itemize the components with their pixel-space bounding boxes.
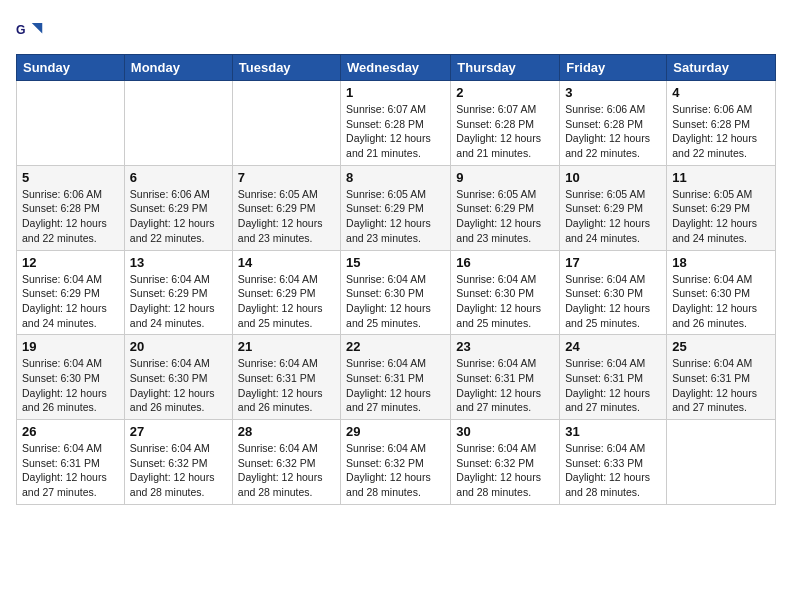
calendar-cell: 20Sunrise: 6:04 AMSunset: 6:30 PMDayligh…: [124, 335, 232, 420]
day-info: Sunrise: 6:06 AMSunset: 6:28 PMDaylight:…: [672, 102, 770, 161]
calendar-cell: 25Sunrise: 6:04 AMSunset: 6:31 PMDayligh…: [667, 335, 776, 420]
calendar-cell: 5Sunrise: 6:06 AMSunset: 6:28 PMDaylight…: [17, 165, 125, 250]
calendar-cell: 14Sunrise: 6:04 AMSunset: 6:29 PMDayligh…: [232, 250, 340, 335]
calendar-cell: 28Sunrise: 6:04 AMSunset: 6:32 PMDayligh…: [232, 420, 340, 505]
day-info: Sunrise: 6:04 AMSunset: 6:29 PMDaylight:…: [238, 272, 335, 331]
calendar-cell: 6Sunrise: 6:06 AMSunset: 6:29 PMDaylight…: [124, 165, 232, 250]
day-number: 16: [456, 255, 554, 270]
calendar-cell: 21Sunrise: 6:04 AMSunset: 6:31 PMDayligh…: [232, 335, 340, 420]
day-number: 17: [565, 255, 661, 270]
calendar-cell: 8Sunrise: 6:05 AMSunset: 6:29 PMDaylight…: [341, 165, 451, 250]
day-info: Sunrise: 6:05 AMSunset: 6:29 PMDaylight:…: [456, 187, 554, 246]
calendar-cell: 17Sunrise: 6:04 AMSunset: 6:30 PMDayligh…: [560, 250, 667, 335]
day-number: 4: [672, 85, 770, 100]
logo: G: [16, 16, 48, 44]
calendar-table: SundayMondayTuesdayWednesdayThursdayFrid…: [16, 54, 776, 505]
day-number: 22: [346, 339, 445, 354]
calendar-cell: 31Sunrise: 6:04 AMSunset: 6:33 PMDayligh…: [560, 420, 667, 505]
calendar-cell: [232, 81, 340, 166]
day-number: 26: [22, 424, 119, 439]
day-info: Sunrise: 6:04 AMSunset: 6:30 PMDaylight:…: [130, 356, 227, 415]
day-info: Sunrise: 6:06 AMSunset: 6:28 PMDaylight:…: [22, 187, 119, 246]
day-number: 9: [456, 170, 554, 185]
day-of-week-header: Tuesday: [232, 55, 340, 81]
day-number: 19: [22, 339, 119, 354]
day-number: 21: [238, 339, 335, 354]
day-info: Sunrise: 6:04 AMSunset: 6:32 PMDaylight:…: [346, 441, 445, 500]
day-number: 15: [346, 255, 445, 270]
calendar-cell: 19Sunrise: 6:04 AMSunset: 6:30 PMDayligh…: [17, 335, 125, 420]
calendar-cell: 11Sunrise: 6:05 AMSunset: 6:29 PMDayligh…: [667, 165, 776, 250]
calendar-cell: 7Sunrise: 6:05 AMSunset: 6:29 PMDaylight…: [232, 165, 340, 250]
day-of-week-header: Monday: [124, 55, 232, 81]
day-info: Sunrise: 6:04 AMSunset: 6:29 PMDaylight:…: [22, 272, 119, 331]
day-info: Sunrise: 6:05 AMSunset: 6:29 PMDaylight:…: [672, 187, 770, 246]
calendar-week-row: 26Sunrise: 6:04 AMSunset: 6:31 PMDayligh…: [17, 420, 776, 505]
day-info: Sunrise: 6:04 AMSunset: 6:30 PMDaylight:…: [22, 356, 119, 415]
calendar-cell: 1Sunrise: 6:07 AMSunset: 6:28 PMDaylight…: [341, 81, 451, 166]
calendar-week-row: 1Sunrise: 6:07 AMSunset: 6:28 PMDaylight…: [17, 81, 776, 166]
day-number: 28: [238, 424, 335, 439]
calendar-header-row: SundayMondayTuesdayWednesdayThursdayFrid…: [17, 55, 776, 81]
calendar-cell: 16Sunrise: 6:04 AMSunset: 6:30 PMDayligh…: [451, 250, 560, 335]
calendar-cell: 3Sunrise: 6:06 AMSunset: 6:28 PMDaylight…: [560, 81, 667, 166]
day-of-week-header: Saturday: [667, 55, 776, 81]
day-of-week-header: Thursday: [451, 55, 560, 81]
day-info: Sunrise: 6:04 AMSunset: 6:31 PMDaylight:…: [22, 441, 119, 500]
day-number: 2: [456, 85, 554, 100]
day-info: Sunrise: 6:05 AMSunset: 6:29 PMDaylight:…: [346, 187, 445, 246]
day-number: 11: [672, 170, 770, 185]
day-number: 8: [346, 170, 445, 185]
day-info: Sunrise: 6:06 AMSunset: 6:29 PMDaylight:…: [130, 187, 227, 246]
calendar-cell: 9Sunrise: 6:05 AMSunset: 6:29 PMDaylight…: [451, 165, 560, 250]
day-of-week-header: Friday: [560, 55, 667, 81]
calendar-cell: 26Sunrise: 6:04 AMSunset: 6:31 PMDayligh…: [17, 420, 125, 505]
day-number: 12: [22, 255, 119, 270]
day-info: Sunrise: 6:04 AMSunset: 6:30 PMDaylight:…: [456, 272, 554, 331]
calendar-week-row: 19Sunrise: 6:04 AMSunset: 6:30 PMDayligh…: [17, 335, 776, 420]
day-info: Sunrise: 6:04 AMSunset: 6:31 PMDaylight:…: [565, 356, 661, 415]
calendar-cell: 24Sunrise: 6:04 AMSunset: 6:31 PMDayligh…: [560, 335, 667, 420]
day-info: Sunrise: 6:04 AMSunset: 6:32 PMDaylight:…: [238, 441, 335, 500]
day-info: Sunrise: 6:07 AMSunset: 6:28 PMDaylight:…: [456, 102, 554, 161]
logo-icon: G: [16, 16, 44, 44]
svg-marker-1: [32, 23, 43, 34]
day-number: 14: [238, 255, 335, 270]
day-info: Sunrise: 6:04 AMSunset: 6:29 PMDaylight:…: [130, 272, 227, 331]
calendar-cell: 22Sunrise: 6:04 AMSunset: 6:31 PMDayligh…: [341, 335, 451, 420]
day-info: Sunrise: 6:04 AMSunset: 6:31 PMDaylight:…: [456, 356, 554, 415]
day-number: 25: [672, 339, 770, 354]
calendar-cell: 23Sunrise: 6:04 AMSunset: 6:31 PMDayligh…: [451, 335, 560, 420]
day-of-week-header: Wednesday: [341, 55, 451, 81]
day-number: 31: [565, 424, 661, 439]
day-number: 5: [22, 170, 119, 185]
calendar-cell: 13Sunrise: 6:04 AMSunset: 6:29 PMDayligh…: [124, 250, 232, 335]
calendar-cell: [17, 81, 125, 166]
day-info: Sunrise: 6:07 AMSunset: 6:28 PMDaylight:…: [346, 102, 445, 161]
day-number: 18: [672, 255, 770, 270]
day-number: 30: [456, 424, 554, 439]
calendar-cell: 30Sunrise: 6:04 AMSunset: 6:32 PMDayligh…: [451, 420, 560, 505]
day-number: 13: [130, 255, 227, 270]
day-info: Sunrise: 6:04 AMSunset: 6:31 PMDaylight:…: [238, 356, 335, 415]
day-number: 24: [565, 339, 661, 354]
calendar-cell: 15Sunrise: 6:04 AMSunset: 6:30 PMDayligh…: [341, 250, 451, 335]
day-number: 29: [346, 424, 445, 439]
day-info: Sunrise: 6:05 AMSunset: 6:29 PMDaylight:…: [238, 187, 335, 246]
day-info: Sunrise: 6:04 AMSunset: 6:32 PMDaylight:…: [456, 441, 554, 500]
calendar-cell: 18Sunrise: 6:04 AMSunset: 6:30 PMDayligh…: [667, 250, 776, 335]
day-info: Sunrise: 6:04 AMSunset: 6:30 PMDaylight:…: [565, 272, 661, 331]
day-info: Sunrise: 6:04 AMSunset: 6:31 PMDaylight:…: [346, 356, 445, 415]
calendar-cell: 2Sunrise: 6:07 AMSunset: 6:28 PMDaylight…: [451, 81, 560, 166]
day-info: Sunrise: 6:04 AMSunset: 6:31 PMDaylight:…: [672, 356, 770, 415]
calendar-cell: 12Sunrise: 6:04 AMSunset: 6:29 PMDayligh…: [17, 250, 125, 335]
calendar-cell: 27Sunrise: 6:04 AMSunset: 6:32 PMDayligh…: [124, 420, 232, 505]
calendar-cell: 29Sunrise: 6:04 AMSunset: 6:32 PMDayligh…: [341, 420, 451, 505]
day-number: 10: [565, 170, 661, 185]
day-info: Sunrise: 6:04 AMSunset: 6:32 PMDaylight:…: [130, 441, 227, 500]
day-number: 27: [130, 424, 227, 439]
day-info: Sunrise: 6:05 AMSunset: 6:29 PMDaylight:…: [565, 187, 661, 246]
day-info: Sunrise: 6:06 AMSunset: 6:28 PMDaylight:…: [565, 102, 661, 161]
day-number: 3: [565, 85, 661, 100]
day-info: Sunrise: 6:04 AMSunset: 6:33 PMDaylight:…: [565, 441, 661, 500]
